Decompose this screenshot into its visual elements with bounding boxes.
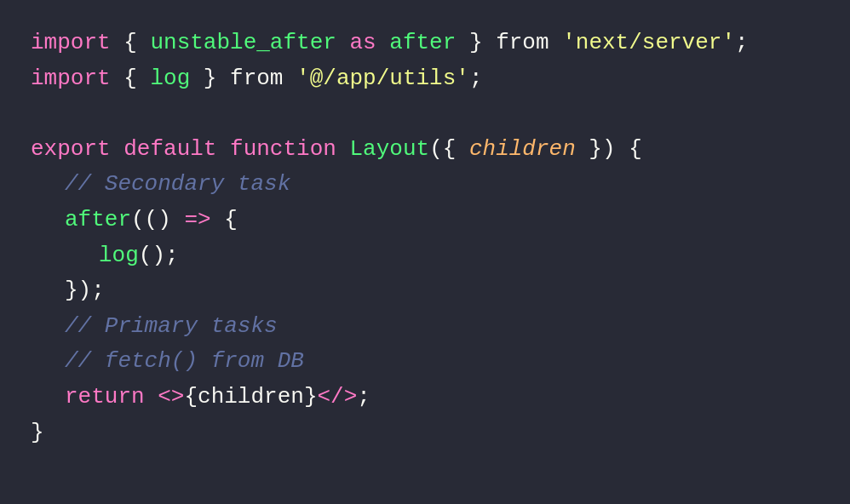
token-plain — [111, 132, 124, 168]
token-plain: ; — [469, 61, 483, 97]
token-plain: }); — [65, 273, 105, 309]
token-comment: // Secondary task — [65, 167, 290, 203]
token-keyword: import — [31, 61, 111, 97]
token-comment: // Primary tasks — [65, 309, 278, 345]
token-plain: ; — [735, 26, 749, 61]
token-func-name: after — [65, 203, 131, 238]
code-line: log(); — [31, 238, 819, 274]
token-keyword-from: from — [230, 61, 283, 97]
token-string: '@/app/utils' — [296, 61, 469, 97]
token-plain — [336, 132, 350, 168]
token-keyword: as — [349, 26, 376, 61]
token-plain: {children} — [184, 380, 317, 415]
token-plain: (() — [131, 203, 184, 238]
token-func-name: log — [150, 61, 190, 97]
token-plain: { — [211, 203, 238, 238]
code-line: // Secondary task — [31, 167, 819, 203]
token-keyword: default — [123, 132, 216, 168]
token-plain — [376, 26, 390, 61]
token-plain: } — [456, 26, 496, 61]
code-line: export default function Layout({ childre… — [31, 132, 819, 168]
token-keyword: export — [31, 132, 111, 168]
token-keyword: import — [31, 26, 111, 61]
token-keyword: function — [230, 132, 336, 168]
token-plain — [549, 26, 563, 61]
code-line: import { log } from '@/app/utils'; — [31, 61, 819, 97]
token-plain — [145, 380, 158, 415]
token-func-name: log — [99, 238, 139, 274]
token-plain: { — [111, 26, 151, 61]
token-param-italic: children — [469, 132, 576, 168]
code-line: // Primary tasks — [31, 309, 819, 345]
token-string: 'next/server' — [562, 26, 735, 61]
token-jsx-tag: <> — [158, 380, 184, 415]
token-plain: ({ — [429, 132, 469, 168]
token-plain: ; — [357, 380, 370, 415]
token-func-name: Layout — [350, 132, 430, 168]
token-plain: }) { — [576, 132, 642, 168]
code-line: }); — [31, 273, 819, 309]
code-line: // fetch() from DB — [31, 344, 819, 380]
code-line: } — [31, 415, 819, 451]
token-keyword-from: from — [496, 26, 548, 61]
code-line: return <>{children}</>; — [31, 380, 819, 415]
token-plain: (); — [139, 238, 179, 274]
token-comment: // fetch() from DB — [65, 344, 304, 380]
token-jsx-tag: </> — [317, 380, 357, 415]
token-arrow: => — [184, 203, 210, 238]
token-plain: } — [190, 61, 230, 97]
code-line: after(() => { — [31, 203, 819, 238]
token-func-name: after — [389, 26, 456, 61]
token-plain: } — [31, 415, 44, 451]
code-block: import { unstable_after as after } from … — [0, 0, 850, 476]
token-keyword: return — [65, 380, 145, 415]
token-plain: { — [111, 61, 151, 97]
code-line: import { unstable_after as after } from … — [31, 26, 819, 61]
token-plain — [283, 61, 296, 97]
token-func-name: unstable_after — [150, 26, 336, 61]
token-plain — [216, 132, 230, 168]
code-line — [31, 96, 819, 132]
token-plain — [336, 26, 350, 61]
